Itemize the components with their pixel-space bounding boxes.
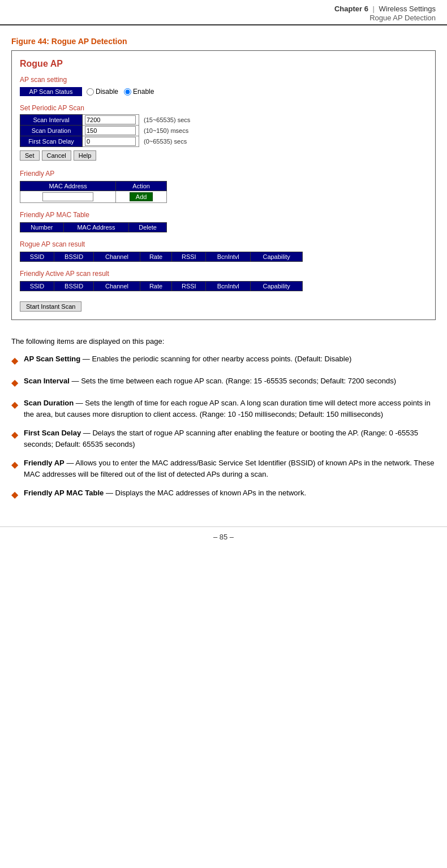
mac-address-col2: MAC Address [63,223,128,232]
page-header: Chapter 6 | Wireless Settings Rogue AP D… [0,0,447,25]
chapter-number: Chapter 6 [334,5,368,13]
ui-box: Rogue AP AP scan setting AP Scan Status … [11,50,436,320]
action-col: Action [116,182,167,191]
first-scan-delay-row: First Scan Delay (0~65535) secs [20,136,191,147]
ap-scan-setting-label: AP scan setting [20,76,427,84]
capability-col: Capability [251,252,303,262]
ap-scan-status-label: AP Scan Status [20,87,82,96]
add-button[interactable]: Add [130,192,153,201]
disable-radio-label[interactable]: Disable [87,88,118,96]
bullet-icon: ◆ [11,354,18,368]
bssid-col: BSSID [54,252,93,262]
bullet-icon: ◆ [11,488,18,502]
scan-status-row: AP Scan Status Disable Enable [20,87,427,96]
bullet-icon: ◆ [11,376,18,390]
intro-text: The following items are displayed on thi… [11,337,436,346]
enable-radio-label[interactable]: Enable [124,88,154,96]
term: Scan Duration [24,399,74,407]
mac-address-col: MAC Address [20,182,116,191]
bullet-item: ◆First Scan Delay — Delays the start of … [11,427,436,450]
radio-group: Disable Enable [87,88,154,96]
mac-input[interactable] [42,192,93,201]
friendly-mac-table-label: Friendly AP MAC Table [20,211,427,219]
friendly-mac-table: Number MAC Address Delete [20,222,167,232]
figure-title: Figure 44: Rogue AP Detection [11,37,436,46]
description-section: The following items are displayed on thi… [0,331,447,521]
friendly-active-table: SSID BSSID Channel Rate RSSI BcnIntvl Ca… [20,281,303,291]
enable-label: Enable [133,88,154,96]
channel-col: Channel [94,252,140,262]
friendly-ap-table: MAC Address Action Add [20,181,167,203]
term: Friendly AP MAC Table [24,489,104,497]
term: AP Scan Setting [24,355,80,363]
bssid-col2: BSSID [54,282,93,291]
channel-col2: Channel [94,282,140,291]
rssi-col2: RSSI [172,282,206,291]
btn-row: Set Cancel Help [20,150,427,161]
friendly-ap-section: Friendly AP MAC Address Action Add [20,170,427,203]
set-button[interactable]: Set [20,150,40,161]
number-col: Number [20,223,64,232]
mac-table-section: Friendly AP MAC Table Number MAC Address… [20,211,427,232]
bullet-item: ◆Friendly AP MAC Table — Displays the MA… [11,487,436,502]
first-scan-delay-input[interactable] [85,137,136,146]
scan-interval-row: Scan Interval (15~65535) secs [20,115,191,126]
help-button[interactable]: Help [74,150,97,161]
bullet-item: ◆AP Scan Setting — Enables the periodic … [11,353,436,368]
scan-settings-table: Scan Interval (15~65535) secs Scan Durat… [20,114,191,147]
scan-interval-label: Scan Interval [20,115,83,126]
capability-col2: Capability [251,282,303,291]
rogue-scan-result-table: SSID BSSID Channel Rate RSSI BcnIntvl Ca… [20,252,303,262]
periodic-label: Set Periodic AP Scan [20,104,427,112]
rogue-scan-result-label: Rogue AP scan result [20,240,427,248]
bullet-text: Scan Duration — Sets the length of time … [24,398,436,420]
bullet-icon: ◆ [11,458,18,472]
bullet-text: Friendly AP MAC Table — Displays the MAC… [24,487,306,499]
bullet-item: ◆Friendly AP — Allows you to enter the M… [11,457,436,480]
chapter-line: Chapter 6 | Wireless Settings [11,5,436,13]
rogue-ap-title: Rogue AP [20,59,427,69]
term: Scan Interval [24,377,70,385]
bullet-icon: ◆ [11,428,18,442]
delete-col: Delete [129,223,167,232]
sub-header: Rogue AP Detection [11,14,436,22]
wireless-settings-header: Wireless Settings [379,5,436,13]
bullet-item: ◆Scan Interval — Sets the time between e… [11,375,436,390]
scan-duration-row: Scan Duration (10~150) msecs [20,126,191,136]
friendly-ap-label: Friendly AP [20,170,427,178]
page-footer: – 85 – [0,526,447,547]
scan-duration-range: (10~150) msecs [139,126,191,136]
enable-radio[interactable] [124,88,131,96]
friendly-active-section: Friendly Active AP scan result SSID BSSI… [20,270,427,291]
scan-duration-input[interactable] [85,126,136,135]
bullet-list: ◆AP Scan Setting — Enables the periodic … [11,353,436,502]
periodic-section: Set Periodic AP Scan Scan Interval (15~6… [20,104,427,161]
ssid-col: SSID [20,252,54,262]
first-scan-delay-label: First Scan Delay [20,136,83,147]
rate-col: Rate [140,252,172,262]
cancel-button[interactable]: Cancel [42,150,71,161]
bcnintvl-col2: BcnIntvl [206,282,251,291]
friendly-ap-input-row: Add [20,191,167,203]
first-scan-delay-range: (0~65535) secs [139,136,191,147]
bullet-icon: ◆ [11,398,18,412]
bullet-text: First Scan Delay — Delays the start of r… [24,427,436,450]
term: Friendly AP [24,459,65,467]
disable-radio[interactable] [87,88,94,96]
bullet-item: ◆Scan Duration — Sets the length of time… [11,398,436,420]
disable-label: Disable [96,88,118,96]
scan-interval-input[interactable] [85,115,136,124]
start-instant-scan-button[interactable]: Start Instant Scan [20,301,81,312]
bullet-text: AP Scan Setting — Enables the periodic s… [24,353,351,365]
term: First Scan Delay [24,429,81,437]
scan-duration-label: Scan Duration [20,126,83,136]
bcnintvl-col: BcnIntvl [206,252,251,262]
rogue-scan-result-section: Rogue AP scan result SSID BSSID Channel … [20,240,427,262]
bullet-text: Scan Interval — Sets the time between ea… [24,375,396,387]
bullet-text: Friendly AP — Allows you to enter the MA… [24,457,436,480]
rate-col2: Rate [140,282,172,291]
rssi-col: RSSI [172,252,206,262]
ssid-col2: SSID [20,282,54,291]
scan-interval-range: (15~65535) secs [139,115,191,126]
separator: | [373,5,377,13]
